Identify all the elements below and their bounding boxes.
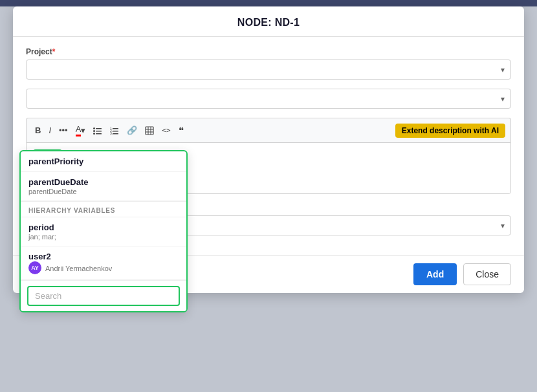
svg-point-2 xyxy=(93,130,95,132)
dropdown-item-parentduedate[interactable]: parentDueDate parentDueDate xyxy=(21,172,186,201)
dropdown-item-title: parentPriority xyxy=(28,157,179,166)
svg-rect-1 xyxy=(96,128,102,129)
svg-point-4 xyxy=(93,133,95,135)
bullet-list-button[interactable] xyxy=(90,124,105,137)
modal-title: NODE: ND-1 xyxy=(237,17,300,28)
quote-button[interactable]: ❝ xyxy=(175,123,187,138)
table-button[interactable] xyxy=(142,124,157,137)
extend-ai-button[interactable]: Extend description with AI xyxy=(395,124,505,138)
description-field-group: parentPriority parentDueDate parentDueDa… xyxy=(26,118,511,194)
dropdown-item-sub: Andrii Yermachenkov xyxy=(45,265,112,272)
modal-body: Project* xyxy=(13,37,524,255)
dropdown-search-input[interactable] xyxy=(27,286,180,306)
project-select[interactable] xyxy=(26,60,511,80)
dropdown-search-area xyxy=(21,280,186,311)
project-label: Project* xyxy=(26,47,511,56)
dropdown-item-title: user2 xyxy=(28,252,179,261)
dropdown-item-user2[interactable]: user2 AY Andrii Yermachenkov xyxy=(21,246,186,280)
svg-rect-12 xyxy=(146,127,153,135)
second-select[interactable] xyxy=(26,89,511,109)
bold-button[interactable]: B xyxy=(32,124,44,137)
second-select-wrapper[interactable] xyxy=(26,89,511,109)
svg-rect-3 xyxy=(96,131,102,132)
svg-rect-11 xyxy=(113,133,118,135)
close-button[interactable]: Close xyxy=(463,263,511,285)
dropdown-item-period[interactable]: period jan; mar; xyxy=(21,217,186,246)
add-button[interactable]: Add xyxy=(413,263,457,285)
more-button[interactable]: ••• xyxy=(56,124,71,137)
user-avatar: AY xyxy=(28,261,41,274)
svg-text:3.: 3. xyxy=(110,131,113,135)
dropdown-item-sub: parentDueDate xyxy=(28,188,179,195)
project-field-group: Project* xyxy=(26,47,511,80)
editor-toolbar: B I ••• A▾ 1.2.3. 🔗 < xyxy=(26,118,511,142)
svg-rect-7 xyxy=(113,128,118,129)
code-button[interactable]: <> xyxy=(159,124,173,136)
modal-header: NODE: ND-1 xyxy=(13,6,524,37)
second-select-group xyxy=(26,89,511,109)
variable-dropdown[interactable]: parentPriority parentDueDate parentDueDa… xyxy=(19,150,188,312)
dropdown-user-row: AY Andrii Yermachenkov xyxy=(28,261,179,274)
dropdown-section-header: HIERARCHY VARIABLES xyxy=(21,202,186,217)
modal-dialog: NODE: ND-1 Project* xyxy=(13,6,524,293)
modal-overlay: NODE: ND-1 Project* xyxy=(0,0,537,392)
numbered-list-button[interactable]: 1.2.3. xyxy=(107,124,122,137)
svg-point-0 xyxy=(93,127,95,129)
link-button[interactable]: 🔗 xyxy=(124,124,140,137)
svg-rect-9 xyxy=(113,131,118,132)
svg-rect-5 xyxy=(96,133,102,135)
dropdown-item-title: parentDueDate xyxy=(28,177,179,187)
dropdown-item-title: period xyxy=(28,223,179,232)
dropdown-list: parentPriority parentDueDate parentDueDa… xyxy=(21,151,186,280)
dropdown-item-sub: jan; mar; xyxy=(28,233,179,241)
italic-button[interactable]: I xyxy=(45,124,54,137)
dropdown-item-parentpriority[interactable]: parentPriority xyxy=(21,151,186,172)
font-color-button[interactable]: A▾ xyxy=(72,122,89,138)
project-select-wrapper[interactable] xyxy=(26,60,511,80)
